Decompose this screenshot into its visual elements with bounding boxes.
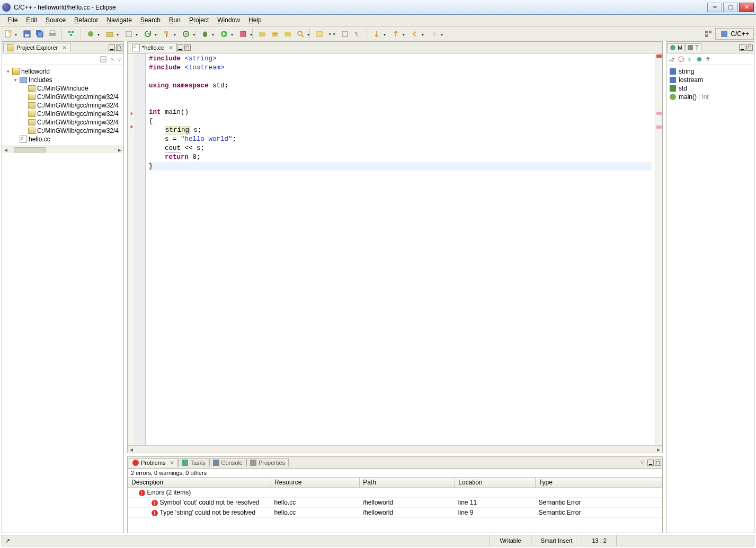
svg-rect-22	[259, 32, 265, 37]
window-title: C/C++ - helloworld/hello.cc - Eclipse	[14, 4, 706, 11]
svg-point-1	[8, 30, 12, 33]
run-button[interactable]	[218, 28, 230, 40]
perspective-label: C/C++	[731, 30, 749, 38]
svg-point-25	[298, 31, 302, 35]
menu-navigate[interactable]: Navigate	[102, 15, 136, 26]
svg-rect-9	[72, 31, 74, 33]
svg-rect-21	[241, 31, 246, 37]
svg-line-26	[301, 35, 304, 37]
svg-rect-7	[50, 31, 55, 33]
open-project-button[interactable]	[256, 28, 268, 40]
new-folder-button[interactable]	[104, 28, 115, 40]
save-button[interactable]	[21, 28, 33, 40]
svg-rect-23	[272, 32, 278, 37]
menu-project[interactable]: Project	[185, 15, 213, 26]
menu-window[interactable]: Window	[213, 15, 244, 26]
svg-text:¶: ¶	[355, 31, 358, 37]
forward-button[interactable]	[428, 28, 440, 40]
new-class-button[interactable]	[85, 28, 96, 40]
target-button[interactable]	[180, 28, 192, 40]
svg-rect-5	[38, 32, 43, 37]
menu-source[interactable]: Source	[41, 15, 70, 26]
svg-rect-24	[284, 32, 291, 37]
next-annotation-button[interactable]	[371, 28, 383, 40]
svg-rect-13	[126, 31, 131, 37]
svg-point-18	[203, 32, 207, 37]
print-button[interactable]	[47, 28, 58, 40]
build-button[interactable]	[66, 28, 77, 40]
svg-rect-33	[709, 31, 711, 33]
new-button[interactable]	[2, 28, 14, 40]
svg-rect-27	[317, 31, 322, 37]
cpp-perspective-icon	[720, 30, 728, 38]
menu-run[interactable]: Run	[165, 15, 185, 26]
perspective-cpp-button[interactable]: C/C++	[715, 28, 754, 40]
svg-rect-10	[70, 34, 72, 36]
open-file-button[interactable]	[269, 28, 281, 40]
toggle-breadcrumb-button[interactable]	[326, 28, 338, 40]
svg-rect-29	[333, 33, 335, 35]
menu-refactor[interactable]: Refactor	[70, 15, 102, 26]
maximize-button[interactable]: ▢	[723, 3, 738, 12]
external-tools-button[interactable]	[237, 28, 249, 40]
svg-point-17	[185, 33, 187, 34]
svg-rect-32	[705, 31, 708, 33]
minimize-button[interactable]: ━	[707, 3, 722, 12]
toggle-whitespace-button[interactable]: ¶	[352, 28, 363, 40]
menu-bar: FileEditSourceRefactorNavigateSearchRunP…	[0, 15, 756, 26]
menu-edit[interactable]: Edit	[22, 15, 41, 26]
toggle-block-button[interactable]	[339, 28, 351, 40]
window-titlebar: C/C++ - helloworld/hello.cc - Eclipse ━ …	[0, 0, 756, 15]
menu-help[interactable]: Help	[244, 15, 266, 26]
open-perspective-button[interactable]	[702, 28, 714, 40]
menu-file[interactable]: File	[3, 15, 22, 26]
svg-point-11	[88, 31, 93, 37]
prev-annotation-button[interactable]	[390, 28, 402, 40]
debug-button[interactable]	[199, 28, 211, 40]
svg-rect-3	[25, 34, 29, 37]
toggle-mark-button[interactable]	[314, 28, 325, 40]
hammer-build-button[interactable]	[161, 28, 173, 40]
svg-rect-12	[106, 32, 113, 37]
svg-rect-30	[342, 31, 348, 37]
save-all-button[interactable]	[34, 28, 46, 40]
svg-rect-35	[721, 31, 727, 37]
svg-rect-28	[329, 33, 331, 35]
menu-search[interactable]: Search	[136, 15, 165, 26]
svg-rect-14	[164, 31, 168, 33]
svg-rect-8	[68, 31, 70, 33]
close-button[interactable]: ✕	[739, 3, 754, 12]
main-toolbar: ¶ C/C++	[0, 26, 756, 41]
back-button[interactable]	[409, 28, 421, 40]
svg-rect-15	[166, 33, 167, 37]
refresh-button[interactable]	[142, 28, 154, 40]
open-resource-button[interactable]	[282, 28, 293, 40]
svg-rect-34	[705, 34, 708, 37]
open-type-button[interactable]	[123, 28, 135, 40]
app-icon	[2, 3, 11, 12]
search-button[interactable]	[295, 28, 306, 40]
